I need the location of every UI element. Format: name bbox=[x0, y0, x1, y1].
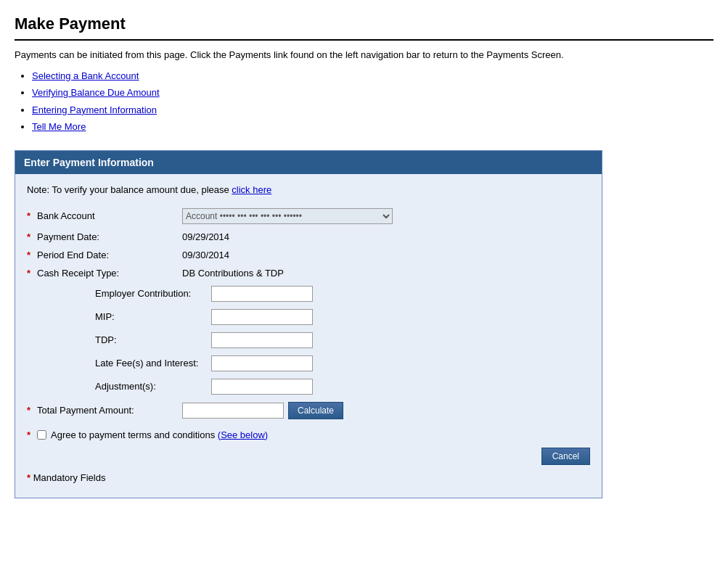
form-body: Note: To verify your balance amount due,… bbox=[15, 174, 602, 498]
terms-required: * bbox=[27, 429, 34, 440]
employer-contribution-label: Employer Contribution: bbox=[95, 288, 211, 299]
mip-spacer bbox=[85, 311, 92, 322]
payment-date-row: * Payment Date: 09/29/2014 bbox=[27, 231, 590, 242]
cash-receipt-type-row: * Cash Receipt Type: DB Contributions & … bbox=[27, 268, 590, 279]
employer-contribution-input[interactable] bbox=[211, 286, 313, 302]
bank-account-label: Bank Account bbox=[37, 210, 182, 221]
tdp-label: TDP: bbox=[95, 334, 211, 345]
click-here-link[interactable]: click here bbox=[232, 184, 271, 195]
intro-text: Payments can be initiated from this page… bbox=[15, 49, 713, 60]
total-payment-input[interactable] bbox=[182, 403, 284, 419]
cash-receipt-label: Cash Receipt Type: bbox=[37, 268, 182, 279]
bank-account-required: * bbox=[27, 210, 34, 221]
mandatory-note: * Mandatory Fields bbox=[27, 472, 590, 483]
tdp-input[interactable] bbox=[211, 332, 313, 348]
employer-contribution-row: Employer Contribution: bbox=[27, 286, 590, 302]
terms-label: Agree to payment terms and conditions (S… bbox=[51, 429, 268, 440]
period-end-date-value: 09/30/2014 bbox=[182, 250, 229, 260]
late-fee-row: Late Fee(s) and Interest: bbox=[27, 355, 590, 371]
cash-receipt-required: * bbox=[27, 268, 34, 279]
adjustments-row: Adjustment(s): bbox=[27, 379, 590, 395]
tdp-row: TDP: bbox=[27, 332, 590, 348]
link-entering-payment[interactable]: Entering Payment Information bbox=[32, 104, 157, 115]
payment-form-container: Enter Payment Information Note: To verif… bbox=[15, 150, 602, 498]
period-end-date-required: * bbox=[27, 250, 34, 260]
terms-checkbox-row: * Agree to payment terms and conditions … bbox=[27, 429, 590, 440]
late-fee-spacer bbox=[85, 358, 92, 369]
adjustments-spacer bbox=[85, 381, 92, 392]
link-verifying-balance[interactable]: Verifying Balance Due Amount bbox=[32, 87, 160, 98]
cash-receipt-value: DB Contributions & TDP bbox=[182, 268, 284, 279]
total-payment-row: * Total Payment Amount: Calculate bbox=[27, 402, 590, 419]
period-end-date-row: * Period End Date: 09/30/2014 bbox=[27, 250, 590, 260]
help-links: Selecting a Bank Account Verifying Balan… bbox=[15, 67, 713, 136]
bank-account-row: * Bank Account Account ••••• ••• ••• •••… bbox=[27, 208, 590, 224]
payment-date-required: * bbox=[27, 231, 34, 242]
payment-date-value: 09/29/2014 bbox=[182, 231, 229, 242]
adjustments-label: Adjustment(s): bbox=[95, 381, 211, 392]
payment-date-label: Payment Date: bbox=[37, 231, 182, 242]
mip-label: MIP: bbox=[95, 311, 211, 322]
late-fee-label: Late Fee(s) and Interest: bbox=[95, 358, 211, 369]
mandatory-star: * bbox=[27, 472, 30, 483]
cancel-button[interactable]: Cancel bbox=[541, 448, 590, 465]
period-end-date-label: Period End Date: bbox=[37, 250, 182, 260]
total-payment-required: * bbox=[27, 405, 34, 416]
terms-checkbox[interactable] bbox=[37, 430, 46, 440]
cancel-row: Cancel bbox=[27, 448, 590, 465]
mip-row: MIP: bbox=[27, 309, 590, 325]
bank-account-dropdown-wrapper: Account ••••• ••• ••• ••• ••• •••••• bbox=[182, 208, 393, 224]
adjustments-input[interactable] bbox=[211, 379, 313, 395]
late-fee-input[interactable] bbox=[211, 355, 313, 371]
bank-account-select[interactable]: Account ••••• ••• ••• ••• ••• •••••• bbox=[182, 208, 393, 224]
form-header: Enter Payment Information bbox=[15, 151, 602, 174]
note-text: Note: To verify your balance amount due,… bbox=[27, 184, 232, 195]
calculate-button[interactable]: Calculate bbox=[288, 402, 343, 419]
page-title: Make Payment bbox=[15, 7, 713, 41]
employer-contribution-spacer bbox=[85, 288, 92, 299]
tdp-spacer bbox=[85, 334, 92, 345]
mandatory-label: Mandatory Fields bbox=[33, 472, 106, 483]
link-selecting-bank[interactable]: Selecting a Bank Account bbox=[32, 70, 139, 81]
see-below-link[interactable]: (See below) bbox=[218, 429, 268, 440]
link-tell-more[interactable]: Tell Me More bbox=[32, 121, 86, 132]
total-payment-label: Total Payment Amount: bbox=[37, 405, 182, 416]
note-row: Note: To verify your balance amount due,… bbox=[27, 184, 590, 195]
mip-input[interactable] bbox=[211, 309, 313, 325]
